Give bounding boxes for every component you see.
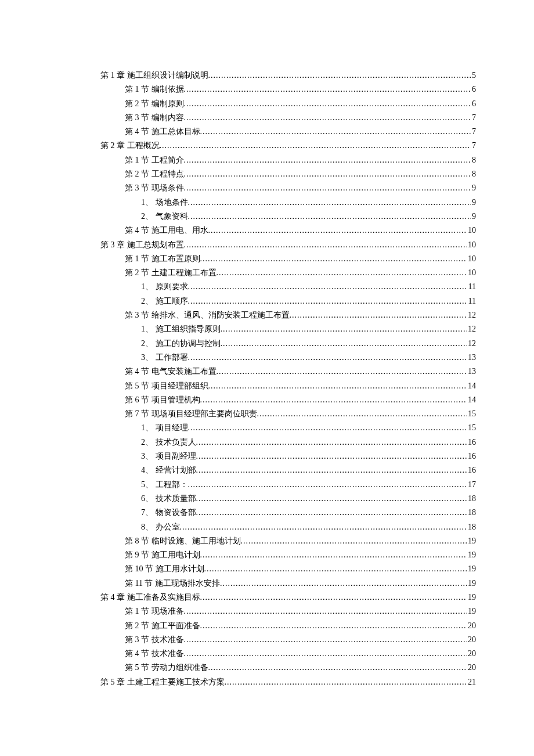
toc-entry: 第 8 节 临时设施、施工用地计划.......................… bbox=[100, 534, 476, 548]
toc-label: 第 2 节 编制原则 bbox=[125, 97, 184, 111]
toc-entry: 3、 项目副经理................................… bbox=[100, 449, 476, 463]
toc-page-number: 8 bbox=[471, 153, 476, 167]
toc-label: 第 3 节 技术准备 bbox=[125, 633, 184, 647]
toc-leader-dots: ........................................… bbox=[217, 365, 467, 379]
toc-page-number: 19 bbox=[467, 548, 476, 562]
toc-entry: 8、 办公室..................................… bbox=[100, 520, 476, 534]
toc-entry: 第 11 节 施工现场排水安排.........................… bbox=[100, 577, 476, 591]
toc-leader-dots: ........................................… bbox=[200, 591, 467, 604]
toc-entry: 第 1 节 编制依据..............................… bbox=[100, 82, 476, 96]
toc-page-number: 20 bbox=[467, 633, 476, 647]
toc-entry: 第 2 节 土建工程施工布置..........................… bbox=[100, 266, 476, 280]
toc-page-number: 17 bbox=[467, 478, 476, 492]
toc-entry: 第 3 节 现场条件..............................… bbox=[100, 181, 476, 195]
toc-label: 1、 项目经理 bbox=[141, 421, 188, 435]
toc-entry: 1、 原则要求.................................… bbox=[100, 280, 476, 294]
toc-page-number: 9 bbox=[471, 181, 476, 195]
toc-label: 6、 技术质量部 bbox=[141, 492, 196, 506]
toc-leader-dots: ........................................… bbox=[188, 421, 467, 435]
toc-page-number: 14 bbox=[467, 379, 476, 393]
toc-page-number: 18 bbox=[467, 520, 476, 534]
toc-page-number: 14 bbox=[467, 393, 476, 407]
toc-entry: 2、 施工顺序.................................… bbox=[100, 294, 476, 308]
toc-leader-dots: ........................................… bbox=[188, 294, 467, 308]
toc-label: 3、 工作部署 bbox=[141, 351, 188, 365]
toc-leader-dots: ........................................… bbox=[184, 153, 471, 167]
toc-label: 1、 施工组织指导原则 bbox=[141, 322, 221, 336]
toc-label: 2、 技术负责人 bbox=[141, 435, 196, 449]
toc-leader-dots: ........................................… bbox=[241, 534, 467, 548]
toc-entry: 第 5 节 项目经理部组织...........................… bbox=[100, 379, 476, 393]
table-of-contents: 第 1 章 施工组织设计编制说明........................… bbox=[100, 69, 476, 689]
toc-entry: 第 4 节 施工总体目标............................… bbox=[100, 125, 476, 139]
toc-page: 第 1 章 施工组织设计编制说明........................… bbox=[0, 0, 534, 756]
toc-page-number: 11 bbox=[467, 294, 476, 308]
toc-label: 3、 项目副经理 bbox=[141, 449, 196, 463]
toc-label: 第 5 章 土建工程主要施工技术方案 bbox=[100, 675, 225, 689]
toc-page-number: 18 bbox=[467, 506, 476, 520]
toc-page-number: 10 bbox=[467, 224, 476, 237]
toc-label: 第 1 章 施工组织设计编制说明 bbox=[100, 69, 208, 82]
toc-leader-dots: ........................................… bbox=[184, 111, 471, 125]
toc-entry: 第 4 节 施工用电、用水...........................… bbox=[100, 224, 476, 237]
toc-leader-dots: ........................................… bbox=[200, 393, 467, 407]
toc-entry: 第 4 节 电气安装施工布置..........................… bbox=[100, 365, 476, 379]
toc-leader-dots: ........................................… bbox=[208, 379, 467, 393]
toc-entry: 5、 工程部：.................................… bbox=[100, 478, 476, 492]
toc-label: 2、 施工的协调与控制 bbox=[141, 337, 221, 351]
toc-entry: 第 4 节 技术准备..............................… bbox=[100, 647, 476, 661]
toc-entry: 2、 气象资料.................................… bbox=[100, 210, 476, 224]
toc-label: 第 5 节 项目经理部组织 bbox=[125, 379, 208, 393]
toc-leader-dots: ........................................… bbox=[208, 224, 467, 237]
toc-leader-dots: ........................................… bbox=[160, 139, 471, 153]
toc-leader-dots: ........................................… bbox=[184, 604, 467, 618]
toc-leader-dots: ........................................… bbox=[221, 337, 467, 351]
toc-leader-dots: ........................................… bbox=[196, 449, 467, 463]
toc-page-number: 8 bbox=[471, 167, 476, 181]
toc-entry: 第 6 节 项目管理机构............................… bbox=[100, 393, 476, 407]
toc-leader-dots: ........................................… bbox=[188, 351, 467, 365]
toc-label: 第 2 章 工程概况 bbox=[100, 139, 160, 153]
toc-leader-dots: ........................................… bbox=[184, 238, 467, 252]
toc-entry: 第 1 节 现场准备..............................… bbox=[100, 604, 476, 618]
toc-leader-dots: ........................................… bbox=[184, 181, 471, 195]
toc-entry: 第 3 章 施工总规划布置...........................… bbox=[100, 238, 476, 252]
toc-page-number: 19 bbox=[467, 591, 476, 604]
toc-page-number: 19 bbox=[467, 577, 476, 591]
toc-entry: 第 2 章 工程概况..............................… bbox=[100, 139, 476, 153]
toc-entry: 第 1 节 工程简介..............................… bbox=[100, 153, 476, 167]
toc-leader-dots: ........................................… bbox=[257, 407, 467, 421]
toc-page-number: 12 bbox=[467, 322, 476, 336]
toc-page-number: 18 bbox=[467, 492, 476, 506]
toc-page-number: 7 bbox=[471, 125, 476, 139]
toc-page-number: 20 bbox=[467, 647, 476, 661]
toc-leader-dots: ........................................… bbox=[225, 675, 467, 689]
toc-leader-dots: ........................................… bbox=[184, 647, 467, 661]
toc-label: 第 4 节 施工用电、用水 bbox=[125, 224, 208, 237]
toc-label: 第 2 节 土建工程施工布置 bbox=[125, 266, 217, 280]
toc-page-number: 5 bbox=[471, 69, 476, 82]
toc-label: 第 1 节 编制依据 bbox=[125, 82, 184, 96]
toc-page-number: 10 bbox=[467, 252, 476, 266]
toc-label: 1、 原则要求 bbox=[141, 280, 188, 294]
toc-page-number: 19 bbox=[467, 562, 476, 576]
toc-label: 第 4 章 施工准备及实施目标 bbox=[100, 591, 200, 604]
toc-label: 第 1 节 施工布置原则 bbox=[125, 252, 200, 266]
toc-entry: 第 3 节 给排水、通风、消防安装工程施工布置.................… bbox=[100, 308, 476, 322]
toc-leader-dots: ........................................… bbox=[196, 492, 467, 506]
toc-page-number: 7 bbox=[471, 111, 476, 125]
toc-label: 第 1 节 现场准备 bbox=[125, 604, 184, 618]
toc-leader-dots: ........................................… bbox=[184, 167, 471, 181]
toc-page-number: 13 bbox=[467, 351, 476, 365]
toc-page-number: 16 bbox=[467, 435, 476, 449]
toc-page-number: 10 bbox=[467, 266, 476, 280]
toc-label: 第 1 节 工程简介 bbox=[125, 153, 184, 167]
toc-page-number: 19 bbox=[467, 534, 476, 548]
toc-label: 2、 施工顺序 bbox=[141, 294, 188, 308]
toc-leader-dots: ........................................… bbox=[180, 520, 467, 534]
toc-label: 第 3 节 现场条件 bbox=[125, 181, 184, 195]
toc-page-number: 19 bbox=[467, 604, 476, 618]
toc-label: 4、 经营计划部 bbox=[141, 463, 196, 477]
toc-entry: 第 5 章 土建工程主要施工技术方案......................… bbox=[100, 675, 476, 689]
toc-entry: 1、 项目经理.................................… bbox=[100, 421, 476, 435]
